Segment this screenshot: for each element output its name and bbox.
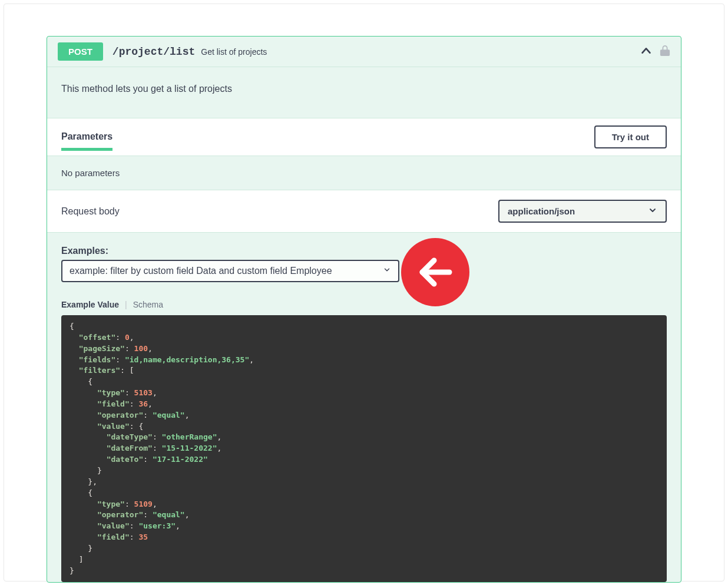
- request-body-content: Examples: example: filter by custom fiel…: [47, 233, 681, 582]
- tab-parameters[interactable]: Parameters: [61, 131, 112, 151]
- request-body-bar: Request body application/json: [47, 190, 681, 233]
- parameters-bar: Parameters Try it out: [47, 118, 681, 156]
- no-parameters-text: No parameters: [47, 156, 681, 190]
- http-method-badge: POST: [58, 42, 103, 61]
- chevron-down-icon: [383, 266, 391, 276]
- example-select[interactable]: example: filter by custom field Data and…: [61, 260, 399, 282]
- chevron-down-icon: [648, 206, 657, 217]
- request-body-label: Request body: [61, 206, 120, 217]
- annotation-arrow-left-icon: [401, 238, 469, 306]
- content-type-select[interactable]: application/json: [498, 200, 667, 223]
- endpoint-path: /project/list: [112, 46, 195, 58]
- api-doc-frame: POST /project/list Get list of projects …: [4, 4, 724, 581]
- content-type-value: application/json: [508, 206, 575, 216]
- try-it-out-button[interactable]: Try it out: [594, 125, 667, 148]
- endpoint-summary: Get list of projects: [201, 47, 267, 57]
- header-controls: [640, 44, 670, 60]
- example-tabs: Example Value | Schema: [61, 300, 667, 309]
- operation-description: This method lets you get a list of proje…: [47, 67, 681, 118]
- example-json-code[interactable]: { "offset": 0, "pageSize": 100, "fields"…: [61, 315, 667, 582]
- operation-header[interactable]: POST /project/list Get list of projects: [47, 37, 681, 67]
- lock-icon[interactable]: [660, 45, 670, 59]
- collapse-chevron-icon[interactable]: [640, 44, 653, 60]
- tab-example-value[interactable]: Example Value: [61, 300, 119, 309]
- example-select-value: example: filter by custom field Data and…: [70, 266, 332, 276]
- tab-divider: |: [125, 300, 127, 309]
- examples-label: Examples:: [61, 246, 667, 256]
- api-operation-block: POST /project/list Get list of projects …: [47, 36, 681, 583]
- tab-schema[interactable]: Schema: [133, 300, 163, 309]
